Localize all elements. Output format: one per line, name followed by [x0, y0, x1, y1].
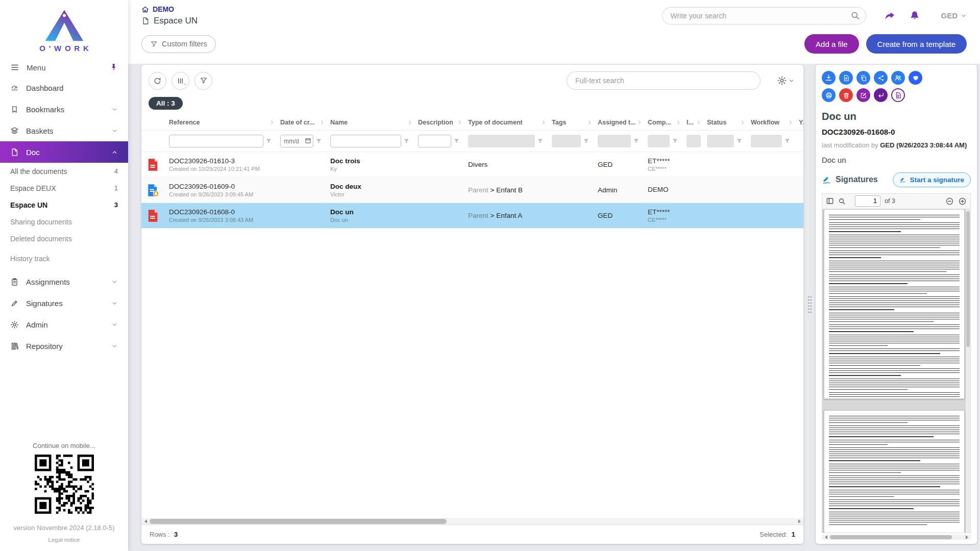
sidebar-subitem-espace-deux[interactable]: Espace DEUX 1: [0, 180, 128, 196]
signature-pen-icon: [10, 299, 19, 308]
column-header-i[interactable]: I...: [681, 115, 702, 130]
columns-button[interactable]: [172, 72, 189, 90]
sidebar-item-bookmarks[interactable]: Bookmarks: [0, 98, 128, 120]
breadcrumb-root[interactable]: DEMO: [141, 5, 198, 13]
scroll-left-button[interactable]: [822, 534, 830, 541]
download-button[interactable]: [822, 71, 836, 85]
pdf-search-button[interactable]: [838, 197, 846, 205]
filter-icon[interactable]: [736, 138, 743, 144]
copy-icon: [860, 74, 867, 82]
chevron-down-icon: [111, 321, 118, 328]
filter-icon[interactable]: [265, 138, 272, 144]
chevron-down-icon: [111, 128, 118, 134]
add-file-button[interactable]: Add a file: [804, 34, 859, 54]
tab-all-documents[interactable]: All : 3: [149, 97, 183, 110]
column-header-tags[interactable]: Tags: [547, 115, 593, 130]
edit-button[interactable]: [856, 88, 870, 102]
column-header-status[interactable]: Status: [702, 115, 746, 130]
table-row-selected[interactable]: DOC230926-01608-0Created on 9/26/2023 3:…: [141, 203, 803, 229]
filter-i-select[interactable]: [687, 135, 701, 147]
download-original-button[interactable]: [839, 71, 853, 85]
filter-icon[interactable]: [537, 138, 544, 144]
filter-icon[interactable]: [672, 138, 678, 144]
copy-button[interactable]: [856, 71, 870, 85]
zoom-in-button[interactable]: [958, 197, 967, 206]
filter-icon[interactable]: [583, 138, 590, 144]
pdf-sidebar-toggle-button[interactable]: [826, 197, 834, 205]
column-header-description[interactable]: Description: [413, 115, 463, 130]
pdf-viewer[interactable]: [822, 209, 971, 534]
sidebar-item-dashboard[interactable]: Dashboard: [0, 77, 128, 98]
scroll-left-button[interactable]: [141, 518, 150, 524]
sidebar-item-admin[interactable]: Admin: [0, 314, 128, 335]
refresh-button[interactable]: [149, 72, 166, 90]
sidebar-subitem-history-track[interactable]: History track: [0, 250, 128, 267]
create-from-template-button[interactable]: Create from a template: [866, 34, 967, 54]
filter-workflow-select[interactable]: [751, 135, 782, 147]
calendar-icon[interactable]: [305, 137, 311, 144]
column-header-y[interactable]: Y...: [794, 115, 803, 130]
sidebar-subitem-sharing-documents[interactable]: Sharing documents: [0, 213, 128, 230]
scrollbar-thumb[interactable]: [150, 519, 447, 524]
search-icon: [850, 11, 860, 20]
notifications-button[interactable]: [907, 8, 922, 23]
user-menu[interactable]: GED: [941, 11, 967, 20]
column-header-company[interactable]: Comp...: [643, 115, 681, 130]
filter-description-input[interactable]: [418, 135, 451, 147]
scroll-right-button[interactable]: [795, 518, 803, 524]
column-header-name[interactable]: Name: [325, 115, 413, 130]
legal-notice-link[interactable]: Legal notice: [0, 537, 128, 543]
sidebar-item-assignments[interactable]: Assignments: [0, 271, 128, 292]
sidebar-subitem-all-documents[interactable]: All the documents 4: [0, 163, 128, 180]
table-settings-button[interactable]: [777, 76, 794, 86]
filter-icon[interactable]: [453, 138, 460, 144]
favorite-button[interactable]: [909, 71, 922, 85]
pdf-page-input[interactable]: [855, 195, 880, 207]
column-header-assigned[interactable]: Assigned t...: [593, 115, 643, 130]
filter-icon[interactable]: [315, 138, 322, 144]
filter-icon[interactable]: [784, 138, 791, 144]
print-button[interactable]: [822, 88, 836, 102]
table-row[interactable]: DOC230926-01609-0Created on 9/26/2023 3:…: [141, 178, 803, 203]
column-header-date[interactable]: Date of cr...: [275, 115, 325, 130]
sidebar-item-repository[interactable]: Repository: [0, 335, 128, 357]
share-button[interactable]: [881, 8, 898, 24]
filter-reference-input[interactable]: [169, 135, 263, 147]
table-row[interactable]: DOC230926-01610-3Created on 10/29/2024 1…: [141, 152, 803, 178]
filter-icon[interactable]: [403, 138, 410, 144]
filter-type-select[interactable]: [468, 135, 535, 147]
custom-filters-button[interactable]: Custom filters: [141, 35, 216, 53]
scrollbar-thumb[interactable]: [966, 211, 970, 347]
fulltext-search-input[interactable]: [567, 71, 761, 90]
zoom-out-button[interactable]: [945, 197, 954, 206]
properties-button[interactable]: [891, 88, 905, 102]
table-footer: Rows : 3 Selected: 1: [141, 524, 803, 544]
return-button[interactable]: [874, 88, 888, 102]
start-signature-button[interactable]: Start a signature: [893, 172, 971, 187]
column-header-reference[interactable]: Reference: [164, 115, 275, 130]
share-document-button[interactable]: [874, 71, 888, 85]
panel-resize-handle[interactable]: [803, 65, 816, 544]
print-icon: [825, 92, 832, 99]
filter-assigned-select[interactable]: [598, 135, 631, 147]
sidebar-item-doc[interactable]: Doc: [0, 141, 128, 163]
sidebar-item-signatures[interactable]: Signatures: [0, 292, 128, 314]
column-header-type[interactable]: Type of document: [463, 115, 547, 130]
sidebar-subitem-deleted-documents[interactable]: Deleted documents: [0, 230, 128, 247]
pin-sidebar-icon[interactable]: [110, 63, 118, 71]
filter-status-select[interactable]: [707, 135, 734, 147]
filter-name-input[interactable]: [330, 135, 401, 147]
delete-button[interactable]: [839, 88, 853, 102]
filter-company-select[interactable]: [648, 135, 670, 147]
sidebar-subitem-espace-un[interactable]: Espace UN 3: [0, 196, 128, 213]
global-search-input[interactable]: [662, 7, 866, 24]
scrollbar-thumb[interactable]: [830, 535, 952, 539]
sidebar-item-baskets[interactable]: Baskets: [0, 120, 128, 141]
filter-icon[interactable]: [633, 138, 640, 144]
hamburger-icon[interactable]: [10, 63, 19, 72]
filter-tags-select[interactable]: [552, 135, 581, 147]
scroll-right-button[interactable]: [963, 534, 971, 541]
table-filter-button[interactable]: [194, 72, 212, 90]
column-header-workflow[interactable]: Workflow: [746, 115, 794, 130]
assign-users-button[interactable]: [891, 71, 905, 85]
